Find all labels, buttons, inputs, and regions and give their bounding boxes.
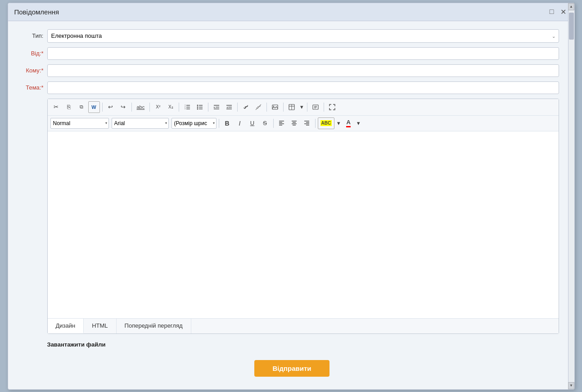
cut-button[interactable]: ✂ — [50, 101, 62, 113]
indent-left-button[interactable] — [211, 101, 222, 113]
link-button[interactable] — [240, 101, 252, 113]
submit-button[interactable]: Відправити — [254, 360, 329, 377]
ordered-list-icon: 123 — [184, 104, 190, 110]
toolbar-sep-5 — [208, 103, 208, 112]
font-color-dropdown-button[interactable]: ▾ — [355, 117, 361, 129]
toolbar-sep-10 — [324, 103, 324, 112]
highlight-button[interactable]: ABC — [318, 117, 335, 129]
cut-icon: ✂ — [54, 104, 59, 110]
close-icon: ✕ — [560, 8, 566, 16]
bold-icon: B — [225, 120, 229, 127]
align-center-button[interactable] — [289, 117, 300, 129]
table-dropdown-button[interactable]: ▾ — [298, 101, 305, 113]
align-right-button[interactable] — [301, 117, 313, 129]
copy-formatted-icon: ⧉ — [80, 104, 83, 110]
unlink-icon — [255, 104, 262, 110]
svg-point-11 — [197, 108, 199, 109]
image-button[interactable] — [269, 101, 281, 113]
underline-button[interactable]: U — [247, 117, 258, 129]
superscript-button[interactable]: X² — [152, 101, 164, 113]
font-color-dropdown-icon: ▾ — [357, 120, 360, 126]
redo-button[interactable]: ↪ — [117, 101, 129, 113]
editor-container: ✂ ⎘ ⧉ W ↩ ↪ abc X² X₂ 123 — [47, 99, 559, 334]
undo-icon: ↩ — [108, 104, 113, 110]
superscript-icon: X² — [156, 104, 160, 109]
toolbar-sep-1 — [102, 103, 103, 112]
toolbar-sep-6 — [237, 103, 238, 112]
minimize-button[interactable]: □ — [548, 7, 556, 17]
toolbar-sep-9 — [307, 103, 307, 112]
svg-point-22 — [273, 105, 274, 106]
dialog-titlebar: Повідомлення □ ✕ — [8, 3, 574, 21]
tab-design[interactable]: Дизайн — [48, 319, 84, 333]
subject-label: Тема:* — [19, 84, 44, 91]
align-right-icon — [304, 120, 310, 126]
copy-formatted-button[interactable]: ⧉ — [76, 101, 87, 113]
upload-files-label[interactable]: Завантажити файли — [47, 341, 106, 348]
table-icon — [289, 104, 295, 110]
fullscreen-button[interactable] — [326, 101, 338, 113]
fullscreen-icon — [329, 104, 335, 110]
dialog-body: Тип: Електронна пошта SMS Факс ⌄ Від:* К… — [8, 21, 574, 389]
align-left-button[interactable] — [276, 117, 288, 129]
style-select[interactable]: Normal Heading 1 Heading 2 — [50, 118, 109, 129]
to-row: Кому:* — [19, 64, 565, 77]
spellcheck-icon: abc — [137, 104, 145, 110]
subject-input[interactable] — [47, 81, 559, 94]
message-dialog: Повідомлення □ ✕ Тип: Електронна пошта S… — [8, 3, 575, 390]
align-center-icon — [291, 120, 297, 126]
font-select[interactable]: Arial Times New Roman Courier — [112, 118, 169, 129]
close-button[interactable]: ✕ — [559, 7, 568, 17]
title-buttons: □ ✕ — [548, 7, 568, 17]
ordered-list-button[interactable]: 123 — [181, 101, 193, 113]
spellcheck-button[interactable]: abc — [134, 101, 148, 113]
dialog-title: Повідомлення — [14, 8, 59, 16]
scroll-thumb[interactable] — [569, 21, 574, 40]
indent-left-icon — [213, 104, 220, 110]
italic-button[interactable]: I — [234, 117, 246, 129]
to-input[interactable] — [47, 64, 559, 77]
align-left-icon — [279, 120, 284, 126]
table-button[interactable] — [286, 101, 298, 113]
svg-text:3: 3 — [185, 108, 186, 110]
highlight-dropdown-icon: ▾ — [337, 120, 340, 126]
unordered-list-icon — [197, 104, 203, 110]
font-select-wrapper: Arial Times New Roman Courier ▾ — [112, 118, 169, 129]
type-label: Тип: — [19, 32, 44, 39]
tab-preview[interactable]: Попередній перегляд — [117, 319, 191, 333]
scroll-track — [568, 21, 574, 382]
copy-button[interactable]: ⎘ — [63, 101, 75, 113]
tab-html[interactable]: HTML — [84, 319, 116, 333]
svg-marker-19 — [226, 107, 228, 108]
bold-button[interactable]: B — [221, 117, 233, 129]
underline-icon: U — [250, 120, 254, 126]
toolbar-sep-11 — [219, 119, 219, 128]
italic-icon: I — [239, 120, 241, 127]
scrollbar: ▲ ▼ — [568, 21, 574, 389]
preview-button[interactable] — [310, 101, 321, 113]
minimize-icon: □ — [550, 8, 554, 16]
scroll-down-arrow[interactable]: ▼ — [568, 382, 574, 389]
bottom-area: Завантажити файли — [47, 340, 559, 348]
type-select[interactable]: Електронна пошта SMS Факс — [47, 29, 559, 43]
toolbar-sep-7 — [266, 103, 267, 112]
highlight-dropdown-button[interactable]: ▾ — [335, 117, 342, 129]
editor-tabs: Дизайн HTML Попередній перегляд — [48, 318, 559, 333]
toolbar-sep-13 — [315, 119, 316, 128]
unordered-list-button[interactable] — [194, 101, 206, 113]
size-select[interactable]: (Розмір шрис 8 10 12 14 16 — [171, 118, 217, 129]
indent-right-button[interactable] — [223, 101, 235, 113]
font-color-button[interactable]: A — [343, 117, 354, 129]
highlight-icon: ABC — [320, 120, 332, 126]
editor-content[interactable] — [48, 131, 559, 318]
toolbar-sep-2 — [131, 103, 132, 112]
strikethrough-button[interactable]: S — [259, 117, 271, 129]
size-select-wrapper: (Розмір шрис 8 10 12 14 16 ▾ — [171, 118, 217, 129]
paste-word-button[interactable]: W — [88, 101, 100, 113]
toolbar-sep-12 — [273, 119, 274, 128]
submit-row: Відправити — [19, 360, 565, 377]
undo-button[interactable]: ↩ — [105, 101, 117, 113]
subscript-button[interactable]: X₂ — [165, 101, 176, 113]
unlink-button[interactable] — [253, 101, 264, 113]
from-input[interactable] — [47, 47, 559, 60]
